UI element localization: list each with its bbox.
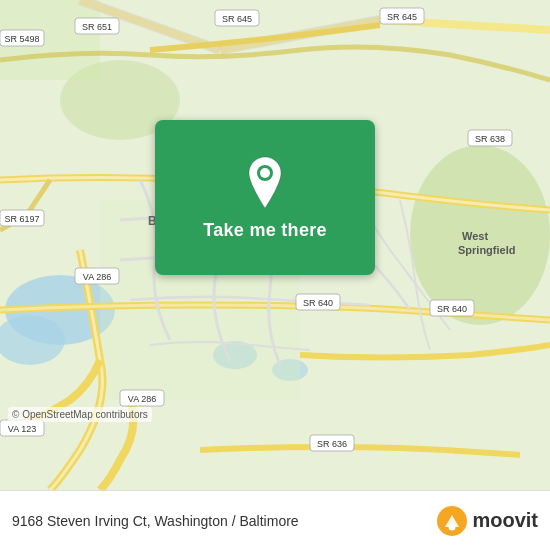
moovit-logo: moovit xyxy=(436,505,538,537)
svg-text:VA 123: VA 123 xyxy=(8,424,36,434)
svg-text:SR 638: SR 638 xyxy=(475,134,505,144)
svg-text:Springfield: Springfield xyxy=(458,244,515,256)
svg-text:SR 645: SR 645 xyxy=(387,12,417,22)
address-text: 9168 Steven Irving Ct, Washington / Balt… xyxy=(12,513,299,529)
svg-text:SR 636: SR 636 xyxy=(317,439,347,449)
svg-text:SR 651: SR 651 xyxy=(82,22,112,32)
svg-text:VA 286: VA 286 xyxy=(83,272,111,282)
moovit-logo-label: moovit xyxy=(472,509,538,532)
bottom-bar: 9168 Steven Irving Ct, Washington / Balt… xyxy=(0,490,550,550)
location-card[interactable]: Take me there xyxy=(155,120,375,275)
svg-point-44 xyxy=(260,168,270,178)
svg-text:VA 286: VA 286 xyxy=(128,394,156,404)
moovit-icon xyxy=(436,505,468,537)
svg-text:SR 640: SR 640 xyxy=(303,298,333,308)
svg-text:SR 5498: SR 5498 xyxy=(4,34,39,44)
map-pin-icon xyxy=(243,155,287,210)
svg-text:SR 645: SR 645 xyxy=(222,14,252,24)
svg-text:SR 6197: SR 6197 xyxy=(4,214,39,224)
map-container: SR 651 SR 645 SR 645 SR 638 SR 6197 SR 6… xyxy=(0,0,550,490)
svg-text:West: West xyxy=(462,230,488,242)
svg-point-46 xyxy=(449,523,456,530)
svg-text:SR 640: SR 640 xyxy=(437,304,467,314)
take-me-there-button[interactable]: Take me there xyxy=(203,220,327,241)
copyright-notice: © OpenStreetMap contributors xyxy=(8,407,152,422)
